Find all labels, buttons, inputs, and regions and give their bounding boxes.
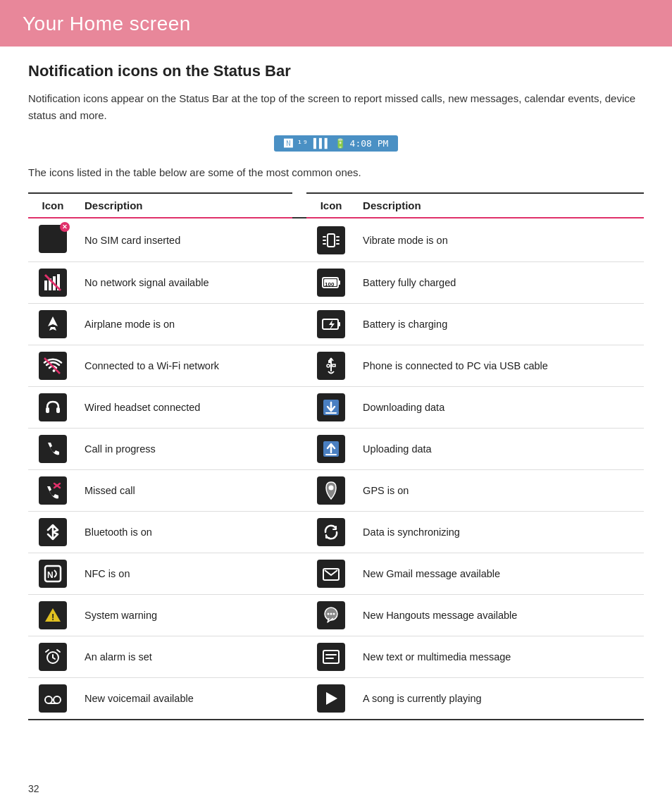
no-sim-icon: ✕ — [39, 225, 67, 253]
right-icon-cell — [306, 553, 356, 595]
right-desc-cell: Battery is charging — [356, 304, 644, 345]
svg-point-38 — [330, 613, 332, 615]
svg-rect-41 — [323, 651, 339, 663]
table-row: No network signal available100Battery fu… — [28, 262, 644, 304]
no-signal-icon — [39, 269, 67, 297]
left-icon-cell — [28, 429, 77, 470]
signal-icons: ¹⁹ ▌▌▌ — [297, 138, 330, 149]
bluetooth-icon — [39, 518, 67, 546]
airplane-icon — [39, 310, 67, 338]
divider — [292, 193, 306, 218]
table-intro: The icons listed in the table below are … — [28, 164, 644, 181]
left-desc-cell: No SIM card inserted — [77, 218, 292, 262]
table-row: NNFC is onNew Gmail message available — [28, 553, 644, 595]
nfc-status-icon: 🅽 — [284, 138, 293, 149]
row-divider — [292, 262, 306, 304]
svg-point-21 — [327, 364, 330, 367]
time-display: 4:08 PM — [350, 138, 389, 149]
svg-rect-17 — [338, 322, 340, 326]
warning-icon: ! — [39, 601, 67, 629]
right-desc-cell: Phone is connected to PC via USB cable — [356, 345, 644, 387]
left-icon-cell — [28, 512, 77, 553]
nfc-icon: N — [39, 560, 67, 588]
left-desc-cell: Missed call — [77, 470, 292, 512]
vibrate-icon — [317, 226, 345, 254]
right-desc-cell: GPS is on — [356, 470, 644, 512]
row-divider — [292, 429, 306, 470]
svg-rect-22 — [332, 364, 335, 366]
left-icon-cell — [28, 304, 77, 345]
alarm-icon — [39, 643, 67, 671]
svg-point-45 — [54, 696, 61, 703]
left-desc-cell: New voicemail available — [77, 678, 292, 720]
right-icon-cell — [306, 678, 356, 720]
left-desc-cell: Call in progress — [77, 429, 292, 470]
voicemail-icon — [39, 684, 67, 713]
row-divider — [292, 218, 306, 262]
row-divider — [292, 304, 306, 345]
left-desc-cell: No network signal available — [77, 262, 292, 304]
row-divider — [292, 470, 306, 512]
svg-rect-24 — [56, 407, 60, 413]
right-icon-cell — [306, 345, 356, 387]
status-bar-demo: 🅽 ¹⁹ ▌▌▌ 🔋 4:08 PM — [28, 135, 644, 152]
left-desc-cell: An alarm is set — [77, 636, 292, 678]
gmail-icon — [317, 560, 345, 588]
right-desc-cell: Vibrate mode is on — [356, 218, 644, 262]
right-desc-header: Description — [356, 193, 644, 218]
right-desc-cell: New text or multimedia message — [356, 636, 644, 678]
left-desc-cell: System warning — [77, 595, 292, 636]
row-divider — [292, 595, 306, 636]
table-row: Wired headset connectedDownloading data — [28, 387, 644, 429]
right-desc-cell: New Gmail message available — [356, 553, 644, 595]
right-icon-cell — [306, 304, 356, 345]
right-icon-cell — [306, 595, 356, 636]
svg-text:100: 100 — [325, 281, 335, 288]
right-icon-cell — [306, 218, 356, 262]
svg-rect-0 — [328, 234, 335, 247]
left-icon-cell: N — [28, 553, 77, 595]
row-divider — [292, 345, 306, 387]
left-icon-cell — [28, 678, 77, 720]
row-divider — [292, 678, 306, 720]
right-desc-cell: Battery fully charged — [356, 262, 644, 304]
svg-point-31 — [329, 486, 334, 491]
svg-rect-23 — [46, 407, 49, 413]
battery-full-icon: 100 — [317, 269, 345, 297]
content-area: Notification icons on the Status Bar Not… — [0, 62, 672, 749]
svg-rect-7 — [44, 281, 47, 290]
table-row: Airplane mode is onBattery is charging — [28, 304, 644, 345]
right-desc-cell: Downloading data — [356, 387, 644, 429]
left-desc-cell: Wired headset connected — [77, 387, 292, 429]
left-icon-cell — [28, 470, 77, 512]
missed-call-icon — [39, 476, 67, 505]
right-icon-cell — [306, 512, 356, 553]
svg-marker-47 — [326, 692, 337, 705]
wifi-icon — [39, 352, 67, 380]
row-divider — [292, 636, 306, 678]
left-desc-cell: Connected to a Wi-Fi network — [77, 345, 292, 387]
battery-charging-icon — [317, 310, 345, 338]
row-divider — [292, 387, 306, 429]
sync-icon — [317, 518, 345, 546]
table-header-row: Icon Description Icon Description — [28, 193, 644, 218]
download-icon — [317, 393, 345, 421]
right-icon-header: Icon — [306, 193, 356, 218]
usb-icon — [317, 352, 345, 380]
svg-point-39 — [333, 613, 335, 615]
table-row: An alarm is setNew text or multimedia me… — [28, 636, 644, 678]
svg-text:N: N — [47, 570, 54, 580]
page-header: Your Home screen — [0, 0, 672, 47]
headset-icon — [39, 393, 67, 421]
svg-point-44 — [45, 696, 52, 703]
right-icon-cell — [306, 636, 356, 678]
left-icon-cell — [28, 345, 77, 387]
svg-rect-13 — [338, 281, 340, 285]
table-row: Missed callGPS is on — [28, 470, 644, 512]
svg-point-37 — [328, 613, 330, 615]
left-desc-header: Description — [77, 193, 292, 218]
upload-icon — [317, 435, 345, 463]
left-icon-cell — [28, 262, 77, 304]
right-desc-cell: New Hangouts message available — [356, 595, 644, 636]
icons-table: Icon Description Icon Description ✕No SI… — [28, 192, 644, 720]
